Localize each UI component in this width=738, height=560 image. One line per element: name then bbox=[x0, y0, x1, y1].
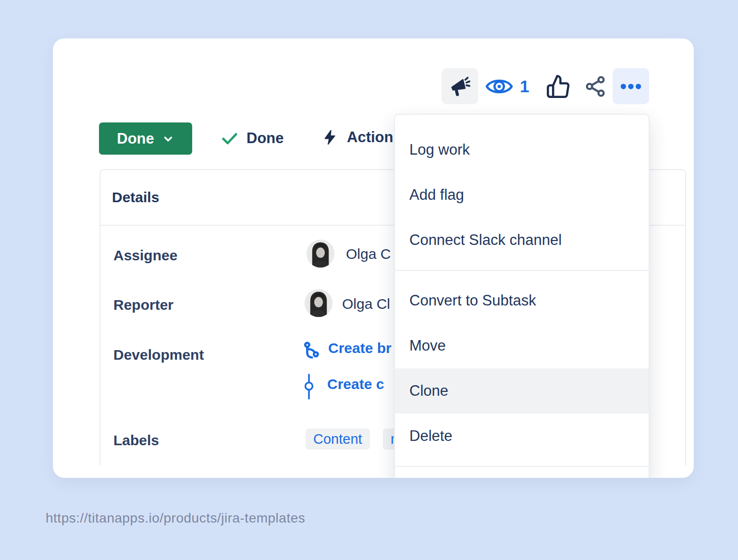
menu-item-add-flag[interactable]: Add flag bbox=[395, 172, 649, 218]
url-caption: https://titanapps.io/products/jira-templ… bbox=[46, 511, 305, 526]
share-button[interactable] bbox=[583, 74, 608, 99]
field-label-reporter: Reporter bbox=[113, 297, 173, 313]
announce-button[interactable] bbox=[442, 68, 478, 104]
assignee-name[interactable]: Olga C bbox=[346, 246, 391, 262]
create-branch-link[interactable]: Create br bbox=[328, 340, 392, 356]
menu-item-convert-to-subtask[interactable]: Convert to Subtask bbox=[395, 278, 649, 323]
details-title: Details bbox=[112, 189, 159, 206]
menu-item-log-work[interactable]: Log work bbox=[395, 127, 649, 172]
reporter-name[interactable]: Olga Cl bbox=[342, 296, 390, 312]
branch-icon bbox=[302, 341, 322, 361]
assignee-avatar[interactable] bbox=[307, 240, 334, 268]
menu-item-connect-slack-channel[interactable]: Connect Slack channel bbox=[395, 218, 649, 263]
menu-group-1: Log work Add flag Connect Slack channel bbox=[395, 127, 649, 263]
menu-divider bbox=[395, 270, 649, 271]
page-background: 1 bbox=[0, 0, 738, 560]
watch-count: 1 bbox=[520, 77, 529, 96]
menu-divider bbox=[395, 466, 649, 467]
chevron-down-icon bbox=[162, 133, 174, 145]
ellipsis-icon bbox=[619, 80, 643, 93]
label-chip[interactable]: Content bbox=[306, 428, 370, 450]
status-dropdown-button[interactable]: Done bbox=[99, 122, 192, 155]
reporter-avatar[interactable] bbox=[305, 289, 332, 317]
context-menu: Log work Add flag Connect Slack channel … bbox=[394, 114, 650, 478]
like-button[interactable] bbox=[544, 72, 572, 101]
resolution-label: Done bbox=[246, 130, 284, 147]
field-label-assignee: Assignee bbox=[113, 247, 177, 264]
actions-label: Actions bbox=[347, 129, 402, 146]
field-label-labels: Labels bbox=[113, 432, 159, 449]
thumbs-up-icon bbox=[546, 74, 571, 99]
watch-button[interactable]: 1 bbox=[485, 72, 529, 101]
eye-icon bbox=[485, 76, 513, 97]
menu-item-clone[interactable]: Clone bbox=[395, 368, 649, 414]
content-card: 1 bbox=[53, 38, 694, 478]
commit-icon bbox=[304, 374, 314, 400]
more-actions-button[interactable] bbox=[613, 68, 649, 104]
resolution-indicator: Done bbox=[220, 129, 284, 148]
menu-group-2: Convert to Subtask Move Clone Delete bbox=[395, 278, 649, 459]
menu-item-move[interactable]: Move bbox=[395, 323, 649, 368]
actions-button[interactable]: Actions bbox=[322, 128, 402, 147]
field-label-development: Development bbox=[113, 347, 204, 363]
avatar-portrait bbox=[305, 289, 332, 317]
avatar-portrait bbox=[307, 240, 334, 268]
lightning-icon bbox=[322, 128, 338, 147]
menu-item-delete[interactable]: Delete bbox=[395, 414, 649, 459]
megaphone-icon bbox=[449, 75, 471, 97]
share-icon bbox=[584, 75, 607, 98]
status-label: Done bbox=[117, 130, 154, 147]
create-commit-link[interactable]: Create c bbox=[327, 376, 384, 392]
check-icon bbox=[220, 129, 239, 148]
